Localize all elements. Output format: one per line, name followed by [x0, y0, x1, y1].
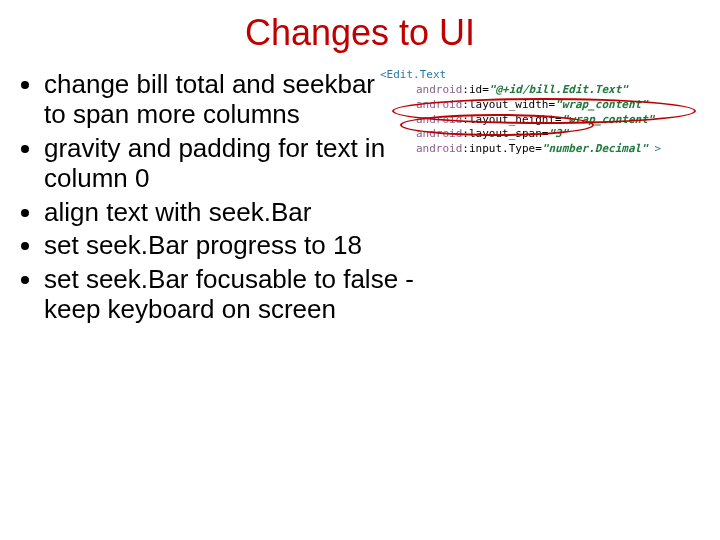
- xml-ns: android: [416, 98, 462, 111]
- xml-tag-close: >: [654, 142, 661, 155]
- xml-attr-name: layout_width: [469, 98, 548, 111]
- xml-attr-value: "3": [548, 127, 568, 140]
- bullet-item: change bill total and seekbar to span mo…: [44, 70, 384, 130]
- code-line: android:input.Type="number.Decimal" >: [380, 142, 720, 157]
- xml-attr-value: "wrap_content": [555, 98, 648, 111]
- slide-title: Changes to UI: [0, 12, 720, 54]
- bullet-list: change bill total and seekbar to span mo…: [24, 70, 384, 329]
- code-line: <Edit.Text: [380, 68, 720, 83]
- xml-attr-value: "number.Decimal": [542, 142, 648, 155]
- xml-attr-name: id: [469, 83, 482, 96]
- xml-attr-name: input.Type: [469, 142, 535, 155]
- xml-attr-value: "@+id/bill.Edit.Text": [489, 83, 628, 96]
- xml-attr-name: layout_span: [469, 127, 542, 140]
- code-line: android:layout_height="wrap_content": [380, 113, 720, 128]
- code-line: android:layout_width="wrap_content": [380, 98, 720, 113]
- xml-snippet: <Edit.Text android:id="@+id/bill.Edit.Te…: [380, 68, 720, 157]
- code-line: android:id="@+id/bill.Edit.Text": [380, 83, 720, 98]
- xml-tag-open: <Edit.Text: [380, 68, 446, 81]
- xml-ns: android: [416, 127, 462, 140]
- xml-ns: android: [416, 83, 462, 96]
- xml-attr-name: layout_height: [469, 113, 555, 126]
- slide: Changes to UI change bill total and seek…: [0, 0, 720, 540]
- bullet-item: align text with seek.Bar: [44, 198, 444, 228]
- xml-ns: android: [416, 113, 462, 126]
- code-line: android:layout_span="3": [380, 127, 720, 142]
- xml-attr-value: "wrap_content": [562, 113, 655, 126]
- bullet-item: set seek.Bar focusable to false - keep k…: [44, 265, 444, 325]
- xml-ns: android: [416, 142, 462, 155]
- bullet-item: set seek.Bar progress to 18: [44, 231, 444, 261]
